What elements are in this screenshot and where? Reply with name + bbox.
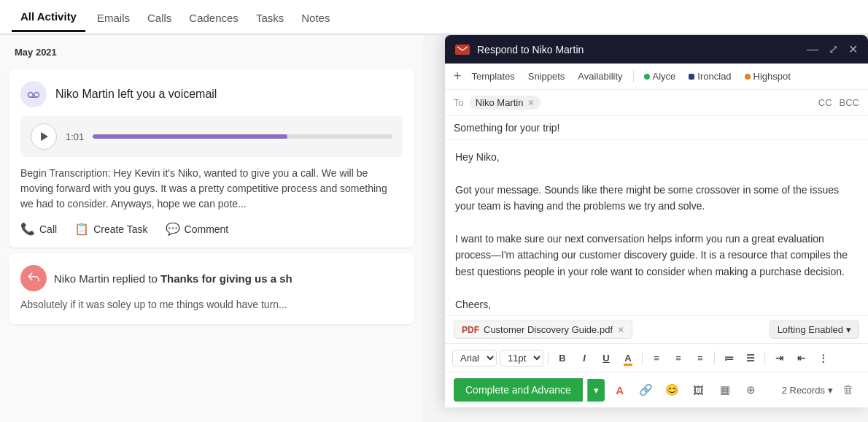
snippets-label: Snippets — [528, 71, 565, 82]
align-center-button[interactable]: ≡ — [669, 348, 688, 367]
voicemail-actions: 📞 Call 📋 Create Task 💬 Comment — [20, 222, 403, 236]
comment-button[interactable]: 💬 Comment — [166, 222, 229, 236]
nav-emails[interactable]: Emails — [88, 3, 139, 31]
minimize-button[interactable]: — — [807, 43, 818, 56]
compose-header: Respond to Niko Martin — ⤢ ✕ — [445, 35, 868, 64]
bold-button[interactable]: B — [553, 348, 572, 367]
indent-button[interactable]: ⇥ — [770, 348, 788, 367]
bcc-button[interactable]: BCC — [840, 97, 859, 108]
reply-body: Absolutely if it was soley up to me thin… — [20, 297, 403, 312]
outdent-button[interactable]: ⇤ — [791, 348, 810, 367]
alyce-label: Alyce — [653, 71, 676, 82]
underline-button[interactable]: U — [597, 348, 616, 367]
unordered-list-button[interactable]: ☰ — [741, 348, 760, 367]
nav-all-activity[interactable]: All Activity — [12, 1, 85, 32]
text-color-button[interactable]: A — [619, 348, 638, 367]
font-color-button[interactable]: A — [609, 379, 631, 401]
email-icon — [455, 45, 470, 55]
svg-rect-3 — [457, 46, 468, 53]
emoji-button[interactable]: 😊 — [662, 379, 683, 401]
reply-avatar — [20, 265, 47, 291]
nav-tasks[interactable]: Tasks — [247, 3, 292, 31]
complete-advance-button[interactable]: Complete and Advance — [454, 378, 583, 402]
attachment-chip[interactable]: PDF Customer Discovery Guide.pdf ✕ — [454, 321, 632, 339]
ironclad-label: Ironclad — [697, 71, 731, 82]
ironclad-button[interactable]: Ironclad — [683, 68, 737, 85]
alyce-button[interactable]: Alyce — [638, 68, 682, 85]
format-bar: Arial 11pt B I U A ≡ ≡ ≡ ≔ ☰ ⇥ ⇤ ⋮ — [445, 343, 868, 372]
ironclad-icon — [689, 74, 694, 80]
body-para-1: Got your message. Sounds like there migh… — [455, 182, 858, 215]
more-options-button[interactable]: ⋮ — [813, 348, 832, 367]
format-sep-4 — [764, 351, 765, 364]
voicemail-avatar — [20, 81, 47, 107]
voicemail-title: Niko Martin left you a voicemail — [55, 88, 217, 101]
cc-button[interactable]: CC — [818, 97, 832, 108]
remove-recipient-button[interactable]: ✕ — [527, 98, 535, 108]
audio-player: 1:01 — [20, 116, 403, 157]
add-button[interactable]: + — [454, 69, 462, 84]
call-label: Call — [39, 223, 57, 235]
top-nav: All Activity Emails Calls Cadences Tasks… — [0, 0, 868, 35]
highspot-button[interactable]: Highspot — [739, 68, 797, 85]
audio-progress-bar[interactable] — [93, 134, 392, 139]
reply-prefix: Niko Martin replied to — [54, 272, 158, 285]
call-button[interactable]: 📞 Call — [20, 222, 57, 236]
templates-button[interactable]: Templates — [466, 68, 521, 85]
to-field[interactable]: To Niko Martin ✕ CC BCC — [445, 90, 868, 116]
reply-card: Niko Martin replied to Thanks for giving… — [9, 253, 414, 324]
subject-field[interactable]: Something for your trip! — [445, 116, 868, 140]
link-button[interactable]: 🔗 — [635, 379, 657, 401]
italic-button[interactable]: I — [575, 348, 594, 367]
image-button[interactable]: 🖼 — [688, 379, 710, 401]
nav-calls[interactable]: Calls — [139, 3, 180, 31]
toolbar-separator-1 — [633, 71, 634, 83]
lofting-button[interactable]: Lofting Enabled ▾ — [770, 321, 859, 339]
attachment-name: Customer Discovery Guide.pdf — [484, 324, 613, 335]
align-right-button[interactable]: ≡ — [691, 348, 710, 367]
format-sep-1 — [548, 351, 549, 364]
records-button[interactable]: 2 Records ▾ — [782, 385, 833, 396]
body-para-2: I want to make sure our next conversatio… — [455, 231, 858, 280]
format-sep-2 — [642, 351, 643, 364]
compose-toolbar: + Templates Snippets Availability Alyce … — [445, 64, 868, 90]
compose-title: Respond to Niko Martin — [477, 44, 797, 55]
snippets-button[interactable]: Snippets — [522, 68, 571, 85]
svg-point-0 — [28, 93, 34, 98]
alyce-icon — [644, 74, 650, 80]
to-label: To — [454, 97, 464, 108]
comment-icon: 💬 — [166, 222, 180, 236]
recipient-chip[interactable]: Niko Martin ✕ — [470, 96, 541, 110]
table-button[interactable]: ▦ — [714, 379, 736, 401]
reply-title: Niko Martin replied to Thanks for giving… — [54, 272, 292, 285]
audio-progress-fill — [93, 134, 287, 139]
send-dropdown-button[interactable]: ▾ — [587, 379, 605, 402]
nav-cadences[interactable]: Cadences — [180, 3, 247, 31]
date-label: May 2021 — [0, 35, 423, 64]
comment-label: Comment — [185, 223, 229, 235]
close-button[interactable]: ✕ — [848, 42, 858, 56]
nav-notes[interactable]: Notes — [292, 3, 338, 31]
size-select[interactable]: 11pt — [500, 350, 543, 367]
play-button[interactable] — [31, 123, 57, 150]
lofting-chevron-icon: ▾ — [846, 324, 851, 335]
expand-button[interactable]: ⤢ — [829, 42, 838, 56]
ordered-list-button[interactable]: ≔ — [719, 348, 738, 367]
highspot-label: Highspot — [753, 71, 791, 82]
create-task-button[interactable]: 📋 Create Task — [74, 222, 147, 236]
audio-time: 1:01 — [66, 131, 84, 142]
align-left-button[interactable]: ≡ — [647, 348, 666, 367]
reply-header: Niko Martin replied to Thanks for giving… — [20, 265, 403, 291]
more-button[interactable]: ⊕ — [740, 379, 762, 401]
voicemail-card: Niko Martin left you a voicemail 1:01 Be… — [9, 69, 414, 248]
font-select[interactable]: Arial — [452, 350, 497, 367]
availability-button[interactable]: Availability — [572, 68, 628, 85]
availability-label: Availability — [578, 71, 622, 82]
remove-attachment-button[interactable]: ✕ — [617, 325, 624, 335]
attachment-row: PDF Customer Discovery Guide.pdf ✕ Lofti… — [445, 315, 868, 343]
reply-subject: Thanks for giving us a sh — [160, 272, 292, 285]
task-icon: 📋 — [74, 222, 89, 236]
compose-body[interactable]: Hey Niko, Got your message. Sounds like … — [445, 140, 868, 315]
delete-button[interactable]: 🗑 — [837, 379, 859, 401]
records-label: 2 Records — [782, 385, 825, 396]
